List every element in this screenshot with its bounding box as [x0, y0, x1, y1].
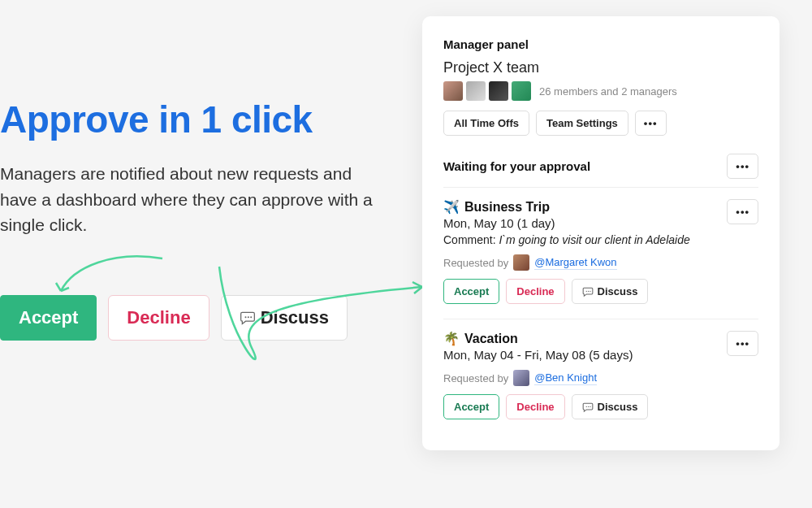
svg-point-6 [585, 406, 586, 406]
section-more-button[interactable]: ••• [727, 154, 758, 179]
svg-point-1 [247, 316, 248, 318]
discuss-label: Discuss [598, 401, 638, 413]
svg-point-5 [590, 290, 590, 291]
requester-link[interactable]: @Ben Knight [534, 371, 597, 385]
palm-tree-icon: 🌴 [443, 331, 460, 346]
accept-button[interactable]: Accept [443, 279, 499, 304]
accept-button[interactable]: Accept [443, 394, 499, 419]
speech-bubble-icon [582, 286, 594, 297]
svg-point-7 [588, 406, 589, 406]
avatar [466, 81, 486, 101]
request-comment: Comment: I`m going to visit our client i… [443, 233, 758, 246]
avatar [512, 81, 531, 101]
divider [443, 319, 758, 319]
hero-subtext: Managers are notified about new requests… [0, 161, 382, 238]
discuss-button[interactable]: Discuss [572, 394, 649, 419]
team-avatars: 26 members and 2 managers [443, 81, 758, 101]
comment-text: I`m going to visit our client in Adelaid… [499, 233, 689, 246]
avatar [513, 370, 529, 386]
requested-by-label: Requested by [443, 372, 508, 384]
avatar [513, 254, 529, 271]
request-more-button[interactable]: ••• [727, 199, 758, 224]
comment-label: Comment: [443, 233, 496, 246]
svg-point-4 [588, 290, 589, 291]
all-timeoffs-button[interactable]: All Time Offs [443, 111, 529, 136]
discuss-button[interactable]: Discuss [221, 295, 348, 341]
approval-request: ✈️ Business Trip Mon, May 10 (1 day) •••… [443, 199, 758, 304]
discuss-label: Discuss [261, 307, 329, 328]
approval-request: 🌴 Vacation Mon, May 04 - Fri, May 08 (5 … [443, 331, 758, 419]
speech-bubble-icon [582, 402, 594, 413]
panel-button-row: All Time Offs Team Settings ••• [443, 111, 758, 136]
hero-headline: Approve in 1 click [0, 98, 382, 141]
approval-section-title: Waiting for your approval [443, 159, 590, 173]
svg-point-0 [244, 316, 246, 318]
panel-more-button[interactable]: ••• [635, 111, 667, 136]
requested-by-label: Requested by [443, 257, 508, 269]
avatar [489, 81, 508, 101]
manager-panel: Manager panel Project X team 26 members … [422, 16, 780, 450]
team-name: Project X team [443, 59, 758, 76]
request-date: Mon, May 10 (1 day) [443, 216, 555, 230]
discuss-label: Discuss [598, 285, 638, 297]
airplane-icon: ✈️ [443, 199, 460, 215]
discuss-button[interactable]: Discuss [572, 279, 649, 304]
request-title: Vacation [464, 332, 518, 346]
svg-point-8 [590, 406, 590, 406]
avatar [443, 81, 463, 101]
request-title: Business Trip [464, 200, 550, 215]
accept-button[interactable]: Accept [0, 295, 97, 341]
request-date: Mon, May 04 - Fri, May 08 (5 days) [443, 348, 633, 362]
requester-link[interactable]: @Margaret Kwon [534, 256, 616, 270]
decline-button[interactable]: Decline [108, 295, 209, 341]
decline-button[interactable]: Decline [506, 394, 564, 419]
divider [443, 187, 758, 188]
request-more-button[interactable]: ••• [727, 331, 758, 356]
panel-title: Manager panel [443, 37, 758, 51]
decline-button[interactable]: Decline [506, 279, 564, 304]
svg-point-3 [585, 290, 586, 291]
member-count: 26 members and 2 managers [539, 85, 677, 98]
team-settings-button[interactable]: Team Settings [536, 111, 628, 136]
hero-action-row: Accept Decline Discuss [0, 295, 382, 341]
speech-bubble-icon [240, 310, 256, 326]
svg-point-2 [250, 316, 252, 318]
